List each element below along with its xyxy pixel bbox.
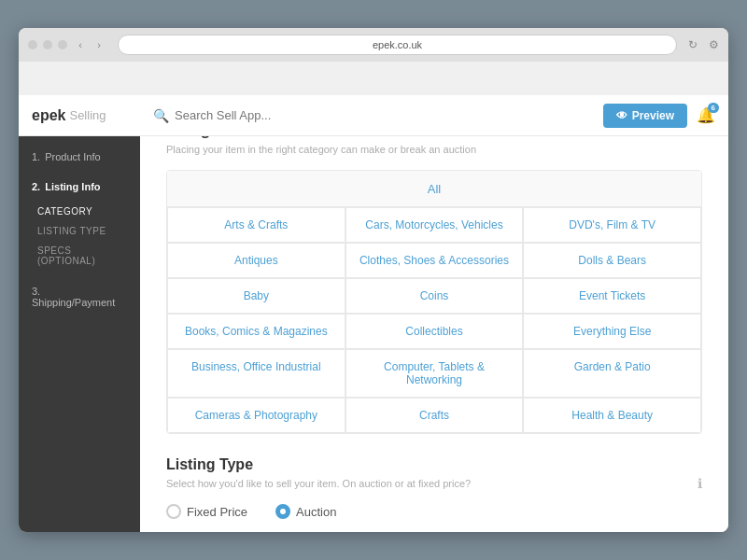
- browser-nav: ‹ ›: [73, 37, 106, 52]
- url-text: epek.co.uk: [373, 39, 422, 50]
- browser-settings-icon[interactable]: ⚙: [709, 38, 719, 51]
- list-item[interactable]: Baby: [167, 278, 345, 314]
- list-item[interactable]: Coins: [345, 278, 524, 314]
- listing-type-title: Listing Type: [166, 456, 702, 473]
- auction-label: Auction: [296, 505, 336, 519]
- list-item[interactable]: Antiques: [167, 243, 345, 278]
- step-2-num: 2.: [32, 181, 40, 192]
- step-1-num: 1.: [32, 151, 40, 162]
- fixed-price-option[interactable]: Fixed Price: [166, 504, 247, 519]
- browser-forward-btn[interactable]: ›: [92, 37, 106, 52]
- main-layout: ← My epek 1. Product Info 2. Listing Inf…: [19, 103, 728, 532]
- step-2-label: Listing Info: [45, 181, 100, 192]
- list-item[interactable]: Collectibles: [345, 314, 524, 349]
- listing-options: Fixed Price Auction: [166, 504, 702, 519]
- list-item[interactable]: Dolls & Bears: [523, 243, 701, 278]
- list-item[interactable]: Event Tickets: [523, 278, 701, 314]
- fixed-price-label: Fixed Price: [187, 505, 247, 519]
- search-bar: 🔍: [153, 108, 603, 123]
- logo-sub: Selling: [69, 108, 106, 122]
- info-icon[interactable]: ℹ: [698, 476, 702, 491]
- step-3-num: 3.: [32, 286, 40, 297]
- sidebar-sub-listing-type[interactable]: LISTING TYPE: [19, 221, 140, 241]
- list-item[interactable]: Books, Comics & Magazines: [167, 314, 345, 349]
- browser-max-btn[interactable]: [58, 40, 67, 49]
- step-1-label: Product Info: [45, 151, 100, 162]
- auction-option[interactable]: Auction: [275, 504, 336, 519]
- notification-badge: 6: [708, 103, 719, 113]
- category-container: All Arts & Crafts Cars, Motorcycles, Veh…: [166, 170, 702, 434]
- category-grid: Arts & Crafts Cars, Motorcycles, Vehicle…: [167, 207, 701, 433]
- sidebar-step-1[interactable]: 1. Product Info: [19, 142, 140, 172]
- eye-icon: 👁: [616, 109, 627, 122]
- list-item[interactable]: Clothes, Shoes & Accessories: [345, 243, 524, 278]
- list-item[interactable]: Arts & Crafts: [167, 207, 345, 243]
- list-item[interactable]: Everything Else: [523, 314, 701, 349]
- listing-type-section: Listing Type Select how you'd like to se…: [166, 456, 702, 532]
- refresh-icon[interactable]: ↻: [688, 38, 698, 51]
- preview-button[interactable]: 👁 Preview: [603, 104, 687, 128]
- browser-window: ‹ › epek.co.uk ↻ ⚙ epek Selling 🔍 👁 Prev…: [19, 28, 728, 532]
- address-bar[interactable]: epek.co.uk: [118, 35, 677, 55]
- logo-text: epek: [32, 107, 65, 124]
- search-input[interactable]: [175, 108, 361, 122]
- list-item[interactable]: Computer, Tablets & Networking: [345, 349, 524, 398]
- browser-back-btn[interactable]: ‹: [73, 37, 88, 52]
- main-content: Categories Placing your item in the righ…: [140, 103, 728, 532]
- sidebar-step-2[interactable]: 2. Listing Info: [19, 172, 140, 202]
- notification-button[interactable]: 🔔 6: [697, 106, 715, 124]
- sidebar-step-3[interactable]: 3. Shipping/Payment: [19, 276, 140, 317]
- categories-section: Categories Placing your item in the righ…: [166, 121, 702, 434]
- logo: epek Selling: [32, 107, 153, 124]
- listing-type-subtitle: Select how you'd like to sell your item.…: [166, 476, 702, 491]
- search-icon: 🔍: [153, 108, 169, 123]
- browser-min-btn[interactable]: [43, 40, 52, 49]
- category-all-row: All: [167, 171, 701, 207]
- listing-type-subtitle-text: Select how you'd like to sell your item.…: [166, 478, 471, 489]
- app-header: epek Selling 🔍 👁 Preview 🔔 6: [19, 95, 728, 136]
- list-item[interactable]: Cars, Motorcycles, Vehicles: [345, 207, 524, 243]
- sidebar: ← My epek 1. Product Info 2. Listing Inf…: [19, 103, 140, 532]
- categories-subtitle: Placing your item in the right category …: [166, 144, 702, 155]
- fixed-price-radio[interactable]: [166, 504, 181, 519]
- list-item[interactable]: Garden & Patio: [523, 349, 701, 398]
- list-item[interactable]: DVD's, Film & TV: [523, 207, 701, 243]
- sidebar-sub-category[interactable]: CATEGORY: [19, 202, 140, 221]
- step-3-label: Shipping/Payment: [32, 297, 115, 308]
- list-item[interactable]: Health & Beauty: [523, 398, 701, 433]
- category-all-button[interactable]: All: [428, 182, 441, 196]
- list-item[interactable]: Business, Office Industrial: [167, 349, 345, 398]
- sidebar-sub-specs[interactable]: SPECS (OPTIONAL): [19, 241, 140, 271]
- list-item[interactable]: Cameras & Photography: [167, 398, 345, 433]
- list-item[interactable]: Crafts: [345, 398, 524, 433]
- sidebar-submenu: CATEGORY LISTING TYPE SPECS (OPTIONAL): [19, 202, 140, 276]
- auction-radio[interactable]: [275, 504, 290, 519]
- browser-chrome: ‹ › epek.co.uk ↻ ⚙: [19, 28, 728, 62]
- browser-close-btn[interactable]: [28, 40, 37, 49]
- header-actions: 👁 Preview 🔔 6: [603, 104, 715, 128]
